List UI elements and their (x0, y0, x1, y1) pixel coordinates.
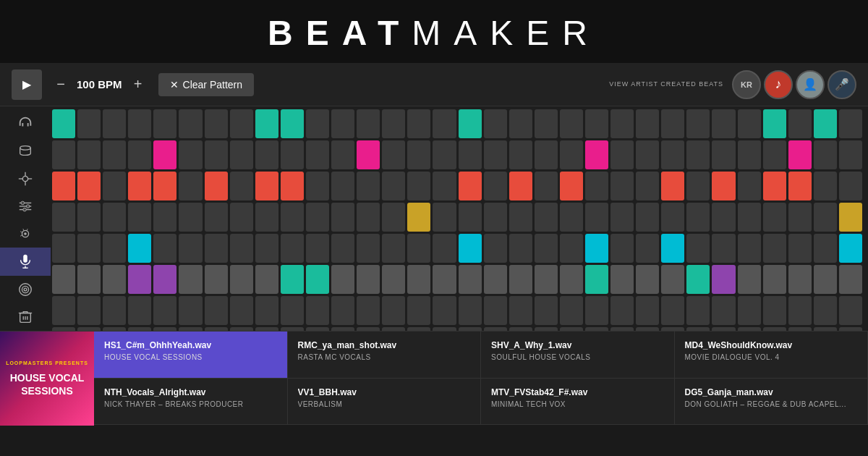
beat-cell[interactable] (459, 172, 482, 200)
beat-cell[interactable] (153, 296, 176, 325)
beat-cell[interactable] (535, 265, 558, 294)
track-item[interactable]: HS1_C#m_OhhhYeah.wav HOUSE VOCAL SESSION… (94, 332, 288, 379)
beat-cell[interactable] (738, 234, 761, 263)
beat-cell[interactable] (535, 327, 558, 331)
beat-cell[interactable] (788, 172, 812, 200)
beat-cell[interactable] (77, 203, 101, 232)
beat-cell[interactable] (179, 234, 202, 263)
beat-cell[interactable] (331, 296, 354, 325)
beat-cell[interactable] (712, 203, 735, 232)
beat-cell[interactable] (585, 109, 608, 138)
beat-cell[interactable] (382, 109, 405, 138)
beat-cell[interactable] (738, 203, 761, 232)
track-icon-crosshair[interactable] (0, 165, 51, 193)
beat-cell[interactable] (560, 327, 583, 331)
beat-cell[interactable] (179, 172, 202, 200)
track-icon-drum[interactable] (0, 137, 51, 164)
beat-cell[interactable] (230, 109, 253, 138)
beat-cell[interactable] (610, 140, 634, 169)
beat-cell[interactable] (407, 140, 430, 169)
beat-cell[interactable] (331, 234, 354, 263)
beat-cell[interactable] (636, 234, 659, 263)
beat-cell[interactable] (814, 296, 837, 325)
beat-cell[interactable] (814, 327, 837, 331)
beat-cell[interactable] (407, 327, 430, 331)
track-icon-synth[interactable] (0, 220, 51, 248)
beat-cell[interactable] (535, 234, 558, 263)
beat-cell[interactable] (331, 327, 354, 331)
beat-cell[interactable] (230, 172, 253, 200)
beat-cell[interactable] (281, 327, 304, 331)
beat-cell[interactable] (535, 296, 558, 325)
beat-cell[interactable] (763, 109, 786, 138)
beat-cell[interactable] (77, 172, 101, 200)
beat-cell[interactable] (712, 234, 735, 263)
beat-cell[interactable] (509, 172, 532, 200)
beat-cell[interactable] (255, 172, 278, 200)
beat-cell[interactable] (77, 296, 101, 325)
album-art[interactable]: LOOPMASTERS PRESENTS HOUSE VOCALSESSIONS (0, 332, 94, 426)
beat-cell[interactable] (128, 296, 151, 325)
beat-cell[interactable] (331, 172, 354, 200)
beat-cell[interactable] (407, 234, 430, 263)
beat-cell[interactable] (839, 140, 862, 169)
track-icon-effects[interactable] (0, 276, 51, 303)
beat-cell[interactable] (788, 109, 812, 138)
beat-cell[interactable] (763, 265, 786, 294)
beat-cell[interactable] (255, 109, 278, 138)
beat-cell[interactable] (306, 172, 329, 200)
beat-cell[interactable] (153, 172, 176, 200)
beat-cell[interactable] (814, 140, 837, 169)
beat-cell[interactable] (205, 234, 228, 263)
clear-pattern-button[interactable]: ✕ Clear Pattern (158, 73, 254, 96)
beat-cell[interactable] (661, 140, 684, 169)
beat-cell[interactable] (205, 203, 228, 232)
beat-cell[interactable] (205, 140, 228, 169)
bpm-decrease-button[interactable]: − (52, 76, 69, 93)
beat-cell[interactable] (560, 296, 583, 325)
track-item[interactable]: MTV_FVStab42_F#.wav MINIMAL TECH VOX (481, 379, 675, 426)
beat-cell[interactable] (52, 109, 75, 138)
beat-cell[interactable] (839, 109, 862, 138)
beat-cell[interactable] (661, 327, 684, 331)
beat-cell[interactable] (103, 109, 126, 138)
beat-cell[interactable] (357, 296, 380, 325)
beat-cell[interactable] (484, 265, 507, 294)
beat-cell[interactable] (459, 234, 482, 263)
beat-cell[interactable] (585, 296, 608, 325)
beat-cell[interactable] (179, 109, 202, 138)
beat-cell[interactable] (433, 109, 456, 138)
beat-cell[interactable] (52, 327, 75, 331)
beat-cell[interactable] (306, 265, 329, 294)
beat-cell[interactable] (205, 265, 228, 294)
beat-cell[interactable] (255, 296, 278, 325)
beat-cell[interactable] (357, 140, 380, 169)
beat-cell[interactable] (230, 265, 253, 294)
beat-cell[interactable] (230, 234, 253, 263)
beat-cell[interactable] (763, 234, 786, 263)
beat-cell[interactable] (610, 234, 634, 263)
beat-cell[interactable] (103, 327, 126, 331)
beat-cell[interactable] (585, 234, 608, 263)
beat-cell[interactable] (484, 172, 507, 200)
beat-cell[interactable] (357, 234, 380, 263)
beat-cell[interactable] (738, 172, 761, 200)
beat-cell[interactable] (686, 327, 710, 331)
beat-cell[interactable] (306, 327, 329, 331)
beat-cell[interactable] (407, 296, 430, 325)
beat-cell[interactable] (686, 203, 710, 232)
beat-cell[interactable] (52, 234, 75, 263)
beat-cell[interactable] (52, 172, 75, 200)
beat-cell[interactable] (179, 296, 202, 325)
beat-cell[interactable] (281, 203, 304, 232)
beat-cell[interactable] (153, 109, 176, 138)
beat-cell[interactable] (712, 109, 735, 138)
beat-cell[interactable] (128, 327, 151, 331)
beat-cell[interactable] (788, 234, 812, 263)
beat-cell[interactable] (459, 296, 482, 325)
beat-cell[interactable] (839, 172, 862, 200)
beat-cell[interactable] (255, 234, 278, 263)
beat-cell[interactable] (52, 140, 75, 169)
beat-cell[interactable] (306, 234, 329, 263)
beat-cell[interactable] (610, 172, 634, 200)
